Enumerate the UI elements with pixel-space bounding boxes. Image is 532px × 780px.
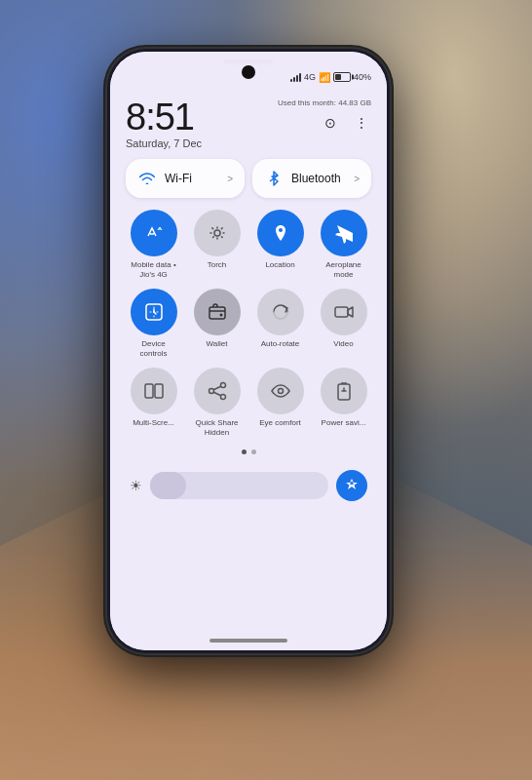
quick-share-label: Quick ShareHidden	[195, 418, 238, 437]
battery-icon	[333, 72, 351, 82]
svg-rect-7	[145, 384, 153, 398]
more-options-icon[interactable]: ⋮	[352, 113, 371, 133]
auto-rotate-label: Auto-rotate	[261, 339, 300, 349]
notification-panel: 8:51 Saturday, 7 Dec Used this month: 44…	[110, 52, 387, 650]
multi-screen-label: Multi-Scre...	[133, 418, 174, 428]
location-btn[interactable]	[257, 210, 304, 256]
power-save-label: Power savi...	[322, 418, 366, 428]
eye-comfort-control[interactable]: Eye comfort	[252, 368, 308, 437]
device-controls-btn[interactable]	[131, 289, 177, 335]
auto-rotate-control[interactable]: Auto-rotate	[252, 289, 308, 358]
date-display: Saturday, 7 Dec	[126, 137, 202, 149]
svg-rect-6	[335, 307, 348, 317]
quick-tiles: Wi-Fi > Bluetooth >	[126, 159, 371, 198]
controls-row-3: Multi-Scre... Quick	[126, 368, 371, 437]
mobile-data-label: Mobile data •Jio's 4G	[131, 260, 175, 279]
power-save-btn[interactable]	[321, 368, 367, 414]
svg-rect-13	[338, 384, 350, 400]
device-controls-label: Devicecontrols	[139, 339, 167, 358]
wifi-icon	[137, 169, 157, 188]
torch-label: Torch	[208, 260, 227, 270]
status-icons: 4G 📶 40%	[290, 72, 371, 83]
controls-row-2: Devicecontrols Walle	[126, 289, 371, 358]
bluetooth-arrow: >	[354, 174, 360, 184]
controls-row-1: Mobile data •Jio's 4G Torch	[126, 210, 371, 279]
mobile-data-control[interactable]: Mobile data •Jio's 4G	[126, 210, 181, 279]
top-right-icons: Used this month: 44.83 GB ⊙ ⋮	[278, 98, 371, 133]
network-type-icon: 4G	[304, 72, 316, 82]
page-dots	[126, 449, 371, 454]
front-camera	[242, 65, 255, 79]
wallet-control[interactable]: Wallet	[189, 289, 245, 358]
quick-share-btn[interactable]	[194, 368, 241, 414]
wallet-label: Wallet	[207, 339, 228, 349]
scene: 4G 📶 40% 8:51 Saturda	[0, 0, 532, 780]
device-controls-control[interactable]: Devicecontrols	[126, 289, 181, 358]
torch-control[interactable]: Torch	[189, 210, 245, 279]
screen: 4G 📶 40% 8:51 Saturda	[110, 52, 387, 650]
svg-rect-8	[155, 384, 163, 398]
wifi-status-icon: 📶	[319, 72, 330, 83]
svg-point-1	[279, 228, 283, 232]
aeroplane-control[interactable]: Aeroplanemode	[316, 210, 371, 279]
video-label: Video	[333, 339, 353, 349]
brightness-fill	[150, 472, 186, 499]
quick-share-control[interactable]: Quick ShareHidden	[189, 368, 245, 437]
phone-inner: 4G 📶 40% 8:51 Saturda	[110, 52, 387, 650]
wallet-btn[interactable]	[194, 289, 241, 335]
svg-point-12	[278, 389, 283, 394]
time-block: 8:51 Saturday, 7 Dec	[126, 98, 202, 149]
wifi-arrow: >	[227, 174, 233, 184]
header-icons-row: ⊙ ⋮	[321, 113, 371, 133]
home-indicator[interactable]	[209, 639, 287, 643]
svg-point-0	[214, 230, 220, 236]
multi-screen-btn[interactable]	[131, 368, 177, 414]
signal-icon	[290, 72, 301, 82]
bluetooth-icon	[264, 169, 284, 188]
battery-percent: 40%	[354, 72, 371, 82]
bluetooth-tile[interactable]: Bluetooth >	[252, 159, 371, 198]
svg-point-5	[219, 314, 222, 317]
brightness-row[interactable]: ☀	[126, 470, 371, 501]
svg-point-9	[220, 383, 225, 388]
svg-point-3	[153, 311, 155, 313]
brightness-slider[interactable]	[150, 472, 328, 499]
time-display: 8:51	[126, 98, 202, 136]
time-row: 8:51 Saturday, 7 Dec Used this month: 44…	[126, 98, 371, 149]
bluetooth-label: Bluetooth	[291, 172, 346, 185]
mobile-data-btn[interactable]	[131, 210, 177, 256]
location-label: Location	[265, 260, 294, 270]
auto-rotate-btn[interactable]	[257, 289, 304, 335]
eye-comfort-btn[interactable]	[257, 368, 304, 414]
aeroplane-label: Aeroplanemode	[325, 260, 361, 279]
svg-point-11	[220, 395, 225, 400]
svg-point-10	[209, 389, 213, 394]
video-btn[interactable]	[321, 289, 367, 335]
svg-rect-4	[209, 307, 225, 319]
camera-icon[interactable]: ⊙	[321, 113, 340, 133]
power-save-control[interactable]: Power savi...	[316, 368, 371, 437]
wifi-tile[interactable]: Wi-Fi >	[126, 159, 245, 198]
torch-btn[interactable]	[194, 210, 241, 256]
video-control[interactable]: Video	[316, 289, 371, 358]
dot-2	[251, 449, 256, 454]
brightness-settings-btn[interactable]	[336, 470, 367, 501]
eye-comfort-label: Eye comfort	[259, 418, 301, 428]
aeroplane-btn[interactable]	[321, 210, 367, 256]
data-usage: Used this month: 44.83 GB	[278, 98, 371, 107]
brightness-low-icon: ☀	[130, 478, 142, 493]
dot-1	[242, 449, 247, 454]
wifi-label: Wi-Fi	[165, 172, 219, 185]
phone-body: 4G 📶 40% 8:51 Saturda	[107, 49, 390, 653]
multi-screen-control[interactable]: Multi-Scre...	[126, 368, 181, 437]
location-control[interactable]: Location	[252, 210, 308, 279]
